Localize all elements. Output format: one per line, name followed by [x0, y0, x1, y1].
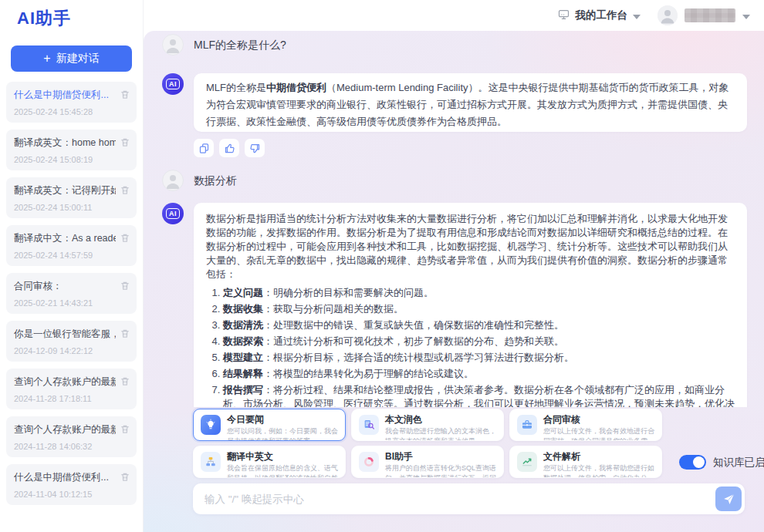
card-desc: 您可以上传文件，我将帮助您进行如数据处理、信息检索、自动化办公等。	[543, 463, 654, 478]
send-button[interactable]	[715, 487, 742, 511]
ai-message: AI 数据分析是指用适当的统计分析方法对收集来的大量数据进行分析，将它们加以汇总…	[162, 203, 747, 407]
ai-message-bubble: 数据分析是指用适当的统计分析方法对收集来的大量数据进行分析，将它们加以汇总和理解…	[194, 203, 747, 407]
knowledge-base-toggle[interactable]: 知识库已启用	[679, 455, 764, 470]
card-bi-assistant[interactable]: BI助手将用户的自然语言转化为SQL查询语句，并直接与数据库进行交互，返回智能推…	[351, 446, 504, 478]
card-desc: 您可以问我，例如：今日要闻，我会尽力提供准确和可靠的答案。	[227, 426, 338, 441]
conversation-time: 2025-02-24 15:00:11	[14, 203, 129, 212]
conversation-item[interactable]: 查询个人存款账户的最新... 2024-11-28 14:06:32	[6, 416, 137, 457]
delete-icon[interactable]	[120, 328, 130, 339]
chat-panel: MLF的全称是什么? AI MLF的全称是中期借贷便利（Medium-term …	[144, 31, 764, 532]
conversation-item[interactable]: 翻译成英文：记得刚开始... 2025-02-24 15:00:11	[6, 177, 137, 218]
card-title: 本文润色	[385, 414, 496, 425]
ai-avatar: AI	[162, 73, 184, 95]
bulb-icon	[201, 415, 221, 435]
card-today-news[interactable]: 今日要闻您可以问我，例如：今日要闻，我会尽力提供准确和可靠的答案。	[193, 409, 346, 441]
user-avatar	[162, 34, 184, 56]
chevron-down-icon	[742, 8, 750, 22]
step-item: 数据收集：获取与分析问题相关的数据。	[223, 302, 735, 316]
delete-icon[interactable]	[120, 423, 130, 435]
chart-donut-icon	[359, 452, 379, 472]
card-title: 文件解析	[543, 451, 654, 462]
card-title: 翻译中英文	[227, 451, 338, 462]
workspace-label: 我的工作台	[576, 8, 628, 22]
user-avatar	[658, 5, 678, 25]
translate-icon	[201, 452, 221, 472]
conversation-title: 查询个人存款账户的最新...	[14, 423, 116, 436]
step-item: 报告撰写：将分析过程、结果和结论整理成报告，供决策者参考。数据分析在各个领域都有…	[223, 383, 735, 407]
sidebar: AI助手 + 新建对话 什么是中期借贷便利... 2025-02-24 15:4…	[0, 0, 144, 532]
toggle-switch-icon[interactable]	[679, 455, 706, 470]
card-translate[interactable]: 翻译中英文我会旨在保留原始信息的含义、语气和风格，以确保翻译的准确性和自然流畅。	[193, 446, 346, 478]
message-actions	[194, 139, 747, 157]
top-bar: 我的工作台	[144, 0, 764, 31]
card-file-parse[interactable]: 文件解析您可以上传文件，我将帮助您进行如数据处理、信息检索、自动化办公等。	[509, 446, 662, 478]
card-title: 合同审核	[543, 414, 654, 425]
ai-avatar: AI	[162, 203, 184, 224]
conversation-title: 合同审核：	[14, 280, 116, 293]
copy-button[interactable]	[194, 139, 214, 157]
conversation-item[interactable]: 你是一位银行智能客服，... 2024-12-09 14:22:12	[6, 321, 137, 362]
conversation-time: 2024-11-28 17:18:11	[14, 394, 129, 403]
ai-text: 数据分析是指用适当的统计分析方法对收集来的大量数据进行分析，将它们加以汇总和理解…	[206, 213, 728, 280]
user-message-text: 数据分析	[194, 170, 237, 191]
card-title: 今日要闻	[227, 414, 338, 425]
username-redacted	[685, 8, 735, 22]
conversation-title: 翻译成中文：As a reader...	[14, 232, 116, 245]
conversation-item[interactable]: 查询个人存款账户的最新... 2024-11-28 17:18:11	[6, 369, 137, 409]
card-desc: 您可以上传文件，我会有效地进行合同审核，确保合同满足您的业务需求。	[543, 426, 654, 441]
new-chat-label: 新建对话	[56, 52, 100, 66]
conversation-item[interactable]: 什么是中期借贷便利... 2025-02-24 15:45:28	[6, 82, 137, 123]
card-text-polish[interactable]: 本文润色我会帮助您进行您输入的文本润色，提高文本的流畅度和表达效果。	[351, 409, 504, 441]
conversation-time: 2024-11-28 14:06:32	[14, 442, 129, 451]
card-desc: 我会旨在保留原始信息的含义、语气和风格，以确保翻译的准确性和自然流畅。	[227, 463, 338, 478]
delete-icon[interactable]	[120, 471, 130, 483]
step-item: 数据清洗：处理数据中的错误、重复或缺失值，确保数据的准确性和完整性。	[223, 318, 735, 332]
conversation-title: 你是一位银行智能客服，...	[14, 328, 116, 341]
conversation-item[interactable]: 翻译成中文：As a reader... 2025-02-24 14:57:59	[6, 225, 137, 266]
plus-icon: +	[43, 52, 50, 65]
user-message: 数据分析	[162, 170, 747, 191]
new-chat-button[interactable]: + 新建对话	[11, 45, 132, 72]
steps-list: 定义问题：明确分析的目标和需要解决的问题。 数据收集：获取与分析问题相关的数据。…	[206, 286, 735, 407]
delete-icon[interactable]	[120, 136, 130, 148]
conversation-time: 2025-02-24 14:57:59	[14, 251, 129, 260]
step-item: 数据探索：通过统计分析和可视化技术，初步了解数据的分布、趋势和关联。	[223, 335, 735, 348]
briefcase-icon	[517, 415, 537, 435]
conversation-list: 什么是中期借贷便利... 2025-02-24 15:45:28 翻译成英文：h…	[6, 82, 137, 505]
conversation-item[interactable]: 翻译成英文：home home 2025-02-24 15:08:19	[6, 130, 137, 170]
card-desc: 将用户的自然语言转化为SQL查询语句，并直接与数据库进行交互，返回智能推荐的图表…	[385, 463, 496, 478]
delete-icon[interactable]	[120, 375, 130, 387]
step-item: 模型建立：根据分析目标，选择合适的统计模型或机器学习算法进行数据分析。	[223, 351, 735, 365]
polish-icon	[359, 415, 379, 435]
conversation-time: 2025-02-24 15:08:19	[14, 155, 129, 164]
monitor-icon	[557, 8, 570, 23]
card-desc: 我会帮助您进行您输入的文本润色，提高文本的流畅度和表达效果。	[385, 426, 496, 441]
workspace-menu[interactable]: 我的工作台	[557, 8, 641, 23]
knowledge-base-label: 知识库已启用	[713, 456, 764, 470]
conversation-title: 查询个人存款账户的最新...	[14, 375, 116, 389]
quick-actions: 今日要闻您可以问我，例如：今日要闻，我会尽力提供准确和可靠的答案。 本文润色我会…	[193, 409, 747, 478]
delete-icon[interactable]	[120, 232, 130, 244]
trend-chart-icon	[517, 452, 537, 472]
ai-text-bold: 中期借贷便利	[266, 82, 326, 93]
user-message-text: MLF的全称是什么?	[194, 34, 286, 56]
conversation-title: 什么是中期借贷便利...	[14, 89, 116, 102]
card-contract-review[interactable]: 合同审核您可以上传文件，我会有效地进行合同审核，确保合同满足您的业务需求。	[509, 409, 662, 441]
account-menu[interactable]	[658, 5, 750, 25]
chat-thread: MLF的全称是什么? AI MLF的全称是中期借贷便利（Medium-term …	[144, 31, 764, 407]
ai-text: MLF的全称是	[206, 82, 266, 93]
delete-icon[interactable]	[120, 184, 130, 196]
message-input[interactable]	[205, 493, 715, 505]
delete-icon[interactable]	[120, 280, 130, 291]
composer	[193, 483, 745, 514]
conversation-title: 翻译成英文：记得刚开始...	[14, 184, 116, 197]
thumbs-down-button[interactable]	[245, 139, 265, 157]
conversation-item[interactable]: 什么是中期借贷便利... 2024-11-04 10:12:15	[6, 464, 137, 505]
conversation-title: 翻译成英文：home home	[14, 136, 116, 150]
delete-icon[interactable]	[120, 89, 130, 100]
feature-cards: 今日要闻您可以问我，例如：今日要闻，我会尽力提供准确和可靠的答案。 本文润色我会…	[193, 409, 662, 478]
step-item: 定义问题：明确分析的目标和需要解决的问题。	[223, 286, 735, 300]
conversation-item[interactable]: 合同审核： 2025-02-21 14:43:21	[6, 273, 137, 314]
conversation-title: 什么是中期借贷便利...	[14, 471, 116, 484]
thumbs-up-button[interactable]	[219, 139, 239, 157]
